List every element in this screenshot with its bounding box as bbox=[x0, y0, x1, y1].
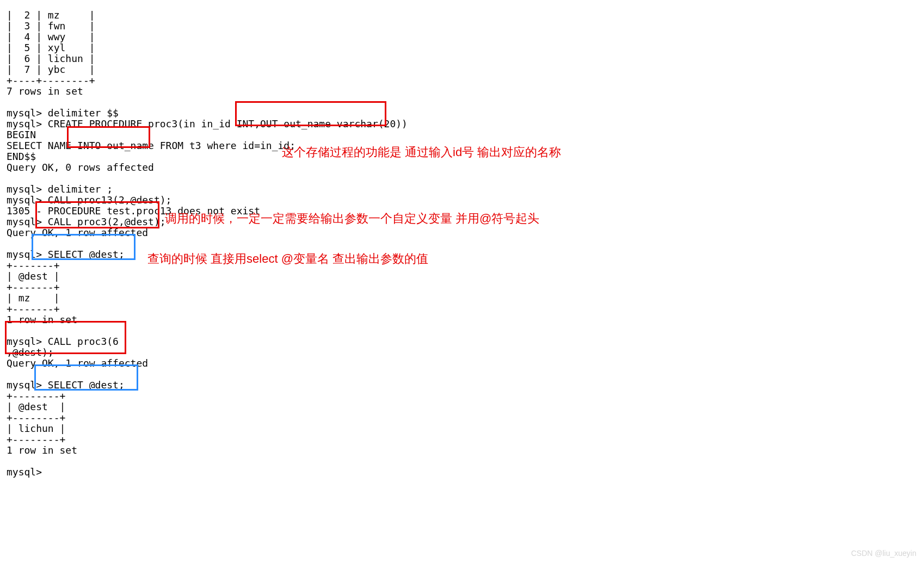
code-line: | 6 | lichun | bbox=[7, 53, 95, 64]
annotation-select: 查询的时候 直接用select @变量名 查出输出参数的值 bbox=[147, 253, 428, 264]
code-line: +-------+ bbox=[7, 281, 60, 293]
code-line: +-------+ bbox=[7, 303, 60, 314]
code-line: | 3 | fwn | bbox=[7, 20, 95, 32]
code-line: | 7 | ybc | bbox=[7, 64, 95, 75]
code-line: SELECT NAME INTO out_name FROM t3 where … bbox=[7, 140, 295, 151]
code-line: mysql> CALL proc3(6 bbox=[7, 336, 119, 347]
annotation-call: 调用的时候，一定一定需要给输出参数一个自定义变量 并用@符号起头 bbox=[165, 213, 539, 224]
code-line: 1 row in set bbox=[7, 314, 77, 325]
annotation-purpose: 这个存储过程的功能是 通过输入id号 输出对应的名称 bbox=[282, 147, 561, 158]
code-line: +--------+ bbox=[7, 434, 65, 445]
code-line: mysql> SELECT @dest; bbox=[7, 249, 125, 260]
code-line: | @dest | bbox=[7, 401, 65, 412]
terminal-output: | 2 | mz | | 3 | fwn | | 4 | wwy | | 5 |… bbox=[7, 10, 408, 478]
code-line: +----+--------+ bbox=[7, 75, 95, 86]
code-line: +-------+ bbox=[7, 259, 60, 271]
code-line: mysql> CREATE PROCEDURE proc3(in in_id I… bbox=[7, 118, 408, 129]
code-line: +--------+ bbox=[7, 390, 65, 401]
code-line: +--------+ bbox=[7, 412, 65, 423]
code-line: 7 rows in set bbox=[7, 85, 83, 97]
code-line: mysql> delimiter ; bbox=[7, 183, 113, 195]
code-line: mysql> bbox=[7, 466, 42, 478]
code-line: ,@dest); bbox=[7, 347, 54, 358]
code-line: 1 row in set bbox=[7, 444, 77, 456]
code-line: | 4 | wwy | bbox=[7, 31, 95, 42]
code-line: Query OK, 1 row affected bbox=[7, 357, 148, 369]
watermark: CSDN @liu_xueyin bbox=[851, 548, 916, 559]
code-line: mysql> CALL proc3(2,@dest); bbox=[7, 216, 166, 227]
code-line: mysql> CALL proc13(2,@dest); bbox=[7, 194, 171, 206]
code-line: Query OK, 0 rows affected bbox=[7, 162, 154, 173]
code-line: END$$ bbox=[7, 151, 36, 162]
code-line: | 5 | xyl | bbox=[7, 42, 95, 53]
code-line: Query OK, 1 row affected bbox=[7, 227, 148, 238]
code-line: BEGIN bbox=[7, 129, 36, 140]
code-line: | 2 | mz | bbox=[7, 9, 95, 21]
code-line: | lichun | bbox=[7, 423, 65, 434]
code-line: | mz | bbox=[7, 292, 60, 304]
code-line: mysql> SELECT @dest; bbox=[7, 379, 125, 391]
code-line: mysql> delimiter $$ bbox=[7, 107, 119, 119]
code-line: | @dest | bbox=[7, 270, 60, 282]
